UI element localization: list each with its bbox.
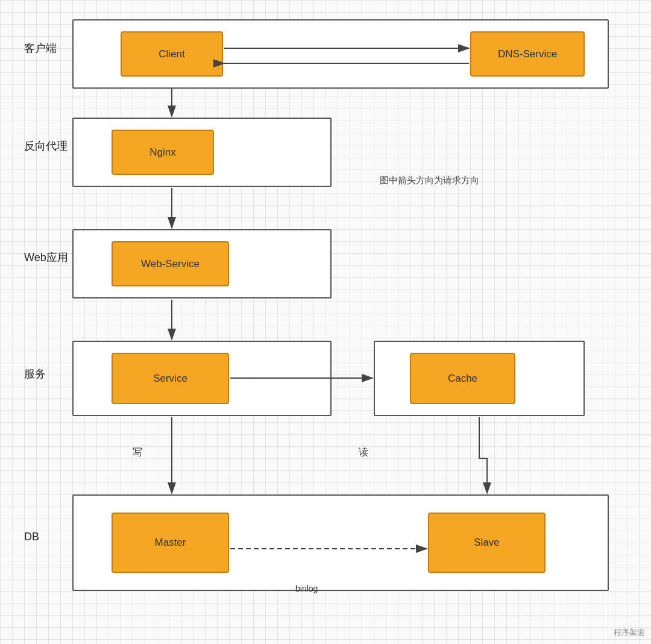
note-text: 图中箭头方向为请求方向 (380, 175, 479, 186)
service-box: Service (112, 353, 229, 404)
slave-box: Slave (428, 513, 546, 573)
dns-service-box: DNS-Service (470, 31, 585, 77)
read-label: 读 (359, 446, 368, 459)
binlog-label: binlog (295, 584, 318, 593)
diagram-canvas: 客户端 反向代理 Web应用 服务 DB 图中箭头方向为请求方向 Client … (0, 0, 651, 644)
master-box: Master (112, 513, 229, 573)
cache-box: Cache (410, 353, 515, 404)
proxy-layer-label: 反向代理 (24, 139, 68, 153)
client-box: Client (121, 31, 223, 77)
watermark: 程序架道 (614, 627, 645, 638)
service-layer-label: 服务 (24, 367, 46, 381)
db-layer-label: DB (24, 531, 39, 543)
nginx-box: Nginx (112, 130, 214, 175)
webapp-layer-label: Web应用 (24, 250, 68, 265)
client-layer-label: 客户端 (24, 41, 57, 55)
web-service-box: Web-Service (112, 241, 229, 286)
write-label: 写 (133, 446, 142, 459)
